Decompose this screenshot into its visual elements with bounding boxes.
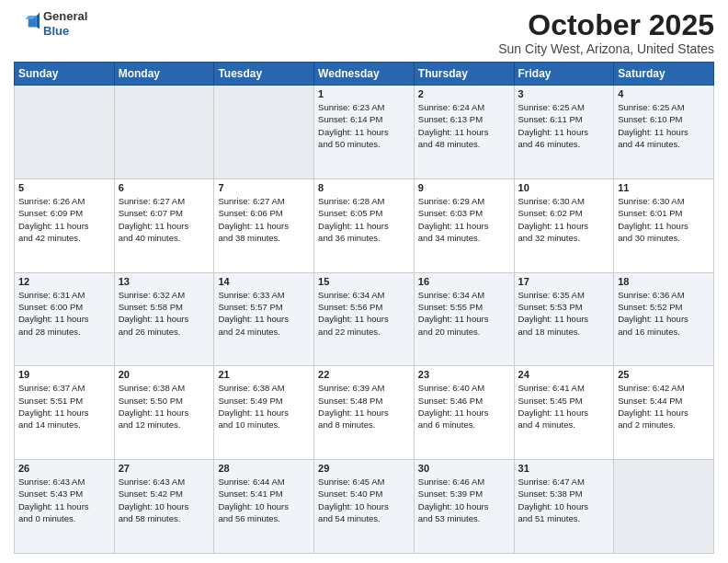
day-info: Sunrise: 6:43 AM Sunset: 5:42 PM Dayligh… bbox=[119, 476, 210, 524]
day-info: Sunrise: 6:23 AM Sunset: 6:14 PM Dayligh… bbox=[318, 101, 410, 150]
calendar-cell: 11Sunrise: 6:30 AM Sunset: 6:01 PM Dayli… bbox=[614, 178, 714, 272]
calendar-cell: 29Sunrise: 6:45 AM Sunset: 5:40 PM Dayli… bbox=[314, 460, 415, 554]
day-number: 5 bbox=[18, 182, 110, 193]
calendar-cell: 8Sunrise: 6:28 AM Sunset: 6:05 PM Daylig… bbox=[314, 178, 415, 272]
header: General Blue October 2025 Sun City West,… bbox=[14, 9, 714, 56]
day-number: 11 bbox=[618, 182, 710, 193]
day-number: 2 bbox=[418, 88, 510, 99]
calendar-cell: 17Sunrise: 6:35 AM Sunset: 5:53 PM Dayli… bbox=[514, 272, 614, 366]
calendar-cell bbox=[15, 86, 115, 179]
day-info: Sunrise: 6:44 AM Sunset: 5:41 PM Dayligh… bbox=[218, 476, 310, 524]
calendar-cell: 9Sunrise: 6:29 AM Sunset: 6:03 PM Daylig… bbox=[414, 178, 514, 272]
calendar-cell: 26Sunrise: 6:43 AM Sunset: 5:43 PM Dayli… bbox=[15, 460, 115, 554]
calendar-cell bbox=[214, 86, 314, 179]
weekday-header-sunday: Sunday bbox=[15, 63, 115, 86]
day-info: Sunrise: 6:29 AM Sunset: 6:03 PM Dayligh… bbox=[418, 195, 510, 244]
logo: General Blue bbox=[14, 9, 87, 38]
calendar-cell: 12Sunrise: 6:31 AM Sunset: 6:00 PM Dayli… bbox=[15, 272, 115, 366]
logo-text: General Blue bbox=[43, 9, 87, 38]
day-number: 13 bbox=[119, 276, 210, 287]
calendar-cell: 10Sunrise: 6:30 AM Sunset: 6:02 PM Dayli… bbox=[514, 178, 614, 272]
calendar-cell: 4Sunrise: 6:25 AM Sunset: 6:10 PM Daylig… bbox=[614, 86, 714, 179]
day-info: Sunrise: 6:28 AM Sunset: 6:05 PM Dayligh… bbox=[318, 195, 410, 244]
day-number: 9 bbox=[418, 182, 510, 193]
calendar-cell: 16Sunrise: 6:34 AM Sunset: 5:55 PM Dayli… bbox=[414, 272, 514, 366]
day-number: 21 bbox=[218, 369, 310, 380]
calendar-cell: 24Sunrise: 6:41 AM Sunset: 5:45 PM Dayli… bbox=[514, 366, 614, 460]
day-info: Sunrise: 6:33 AM Sunset: 5:57 PM Dayligh… bbox=[218, 289, 310, 338]
day-info: Sunrise: 6:42 AM Sunset: 5:44 PM Dayligh… bbox=[618, 382, 710, 431]
day-number: 31 bbox=[518, 463, 610, 474]
day-info: Sunrise: 6:30 AM Sunset: 6:01 PM Dayligh… bbox=[618, 195, 710, 244]
day-number: 3 bbox=[518, 88, 610, 99]
calendar-cell: 18Sunrise: 6:36 AM Sunset: 5:52 PM Dayli… bbox=[614, 272, 714, 366]
day-number: 14 bbox=[218, 276, 310, 287]
calendar-cell: 6Sunrise: 6:27 AM Sunset: 6:07 PM Daylig… bbox=[114, 178, 214, 272]
day-info: Sunrise: 6:45 AM Sunset: 5:40 PM Dayligh… bbox=[318, 476, 410, 524]
calendar-week-row: 1Sunrise: 6:23 AM Sunset: 6:14 PM Daylig… bbox=[15, 86, 714, 179]
weekday-header-friday: Friday bbox=[514, 63, 614, 86]
calendar-cell bbox=[614, 460, 714, 554]
calendar-cell: 28Sunrise: 6:44 AM Sunset: 5:41 PM Dayli… bbox=[214, 460, 314, 554]
calendar-cell: 31Sunrise: 6:47 AM Sunset: 5:38 PM Dayli… bbox=[514, 460, 614, 554]
logo-icon bbox=[14, 11, 40, 37]
day-info: Sunrise: 6:24 AM Sunset: 6:13 PM Dayligh… bbox=[418, 101, 510, 150]
day-number: 28 bbox=[218, 463, 310, 474]
day-number: 18 bbox=[618, 276, 710, 287]
day-number: 22 bbox=[318, 369, 410, 380]
logo-general-text: General bbox=[43, 9, 87, 24]
calendar-cell: 27Sunrise: 6:43 AM Sunset: 5:42 PM Dayli… bbox=[114, 460, 214, 554]
day-info: Sunrise: 6:36 AM Sunset: 5:52 PM Dayligh… bbox=[618, 289, 710, 338]
calendar-week-row: 12Sunrise: 6:31 AM Sunset: 6:00 PM Dayli… bbox=[15, 272, 714, 366]
weekday-header-tuesday: Tuesday bbox=[214, 63, 314, 86]
day-number: 12 bbox=[18, 276, 110, 287]
day-info: Sunrise: 6:26 AM Sunset: 6:09 PM Dayligh… bbox=[18, 195, 110, 244]
calendar-cell: 19Sunrise: 6:37 AM Sunset: 5:51 PM Dayli… bbox=[15, 366, 115, 460]
calendar-cell: 3Sunrise: 6:25 AM Sunset: 6:11 PM Daylig… bbox=[514, 86, 614, 179]
calendar-cell: 20Sunrise: 6:38 AM Sunset: 5:50 PM Dayli… bbox=[114, 366, 214, 460]
day-number: 10 bbox=[518, 182, 610, 193]
day-info: Sunrise: 6:31 AM Sunset: 6:00 PM Dayligh… bbox=[18, 289, 110, 338]
calendar-cell: 23Sunrise: 6:40 AM Sunset: 5:46 PM Dayli… bbox=[414, 366, 514, 460]
calendar-cell: 5Sunrise: 6:26 AM Sunset: 6:09 PM Daylig… bbox=[15, 178, 115, 272]
calendar-cell: 21Sunrise: 6:38 AM Sunset: 5:49 PM Dayli… bbox=[214, 366, 314, 460]
day-number: 16 bbox=[418, 276, 510, 287]
day-number: 20 bbox=[119, 369, 210, 380]
day-info: Sunrise: 6:37 AM Sunset: 5:51 PM Dayligh… bbox=[18, 382, 110, 431]
day-info: Sunrise: 6:25 AM Sunset: 6:10 PM Dayligh… bbox=[618, 101, 710, 150]
day-info: Sunrise: 6:27 AM Sunset: 6:07 PM Dayligh… bbox=[119, 195, 210, 244]
day-info: Sunrise: 6:25 AM Sunset: 6:11 PM Dayligh… bbox=[518, 101, 610, 150]
day-info: Sunrise: 6:40 AM Sunset: 5:46 PM Dayligh… bbox=[418, 382, 510, 431]
calendar-table: SundayMondayTuesdayWednesdayThursdayFrid… bbox=[14, 62, 714, 554]
calendar-cell: 14Sunrise: 6:33 AM Sunset: 5:57 PM Dayli… bbox=[214, 272, 314, 366]
logo-blue-text: Blue bbox=[43, 24, 87, 39]
day-info: Sunrise: 6:47 AM Sunset: 5:38 PM Dayligh… bbox=[518, 476, 610, 524]
location: Sun City West, Arizona, United States bbox=[498, 41, 714, 56]
day-number: 30 bbox=[418, 463, 510, 474]
calendar-cell: 25Sunrise: 6:42 AM Sunset: 5:44 PM Dayli… bbox=[614, 366, 714, 460]
calendar-cell: 30Sunrise: 6:46 AM Sunset: 5:39 PM Dayli… bbox=[414, 460, 514, 554]
day-number: 27 bbox=[119, 463, 210, 474]
calendar-cell: 7Sunrise: 6:27 AM Sunset: 6:06 PM Daylig… bbox=[214, 178, 314, 272]
day-info: Sunrise: 6:30 AM Sunset: 6:02 PM Dayligh… bbox=[518, 195, 610, 244]
day-number: 8 bbox=[318, 182, 410, 193]
calendar-week-row: 5Sunrise: 6:26 AM Sunset: 6:09 PM Daylig… bbox=[15, 178, 714, 272]
day-number: 25 bbox=[618, 369, 710, 380]
day-info: Sunrise: 6:38 AM Sunset: 5:50 PM Dayligh… bbox=[119, 382, 210, 431]
day-info: Sunrise: 6:34 AM Sunset: 5:55 PM Dayligh… bbox=[418, 289, 510, 338]
day-number: 1 bbox=[318, 88, 410, 99]
calendar-cell: 2Sunrise: 6:24 AM Sunset: 6:13 PM Daylig… bbox=[414, 86, 514, 179]
day-number: 23 bbox=[418, 369, 510, 380]
weekday-header-row: SundayMondayTuesdayWednesdayThursdayFrid… bbox=[15, 63, 714, 86]
day-info: Sunrise: 6:32 AM Sunset: 5:58 PM Dayligh… bbox=[119, 289, 210, 338]
day-info: Sunrise: 6:43 AM Sunset: 5:43 PM Dayligh… bbox=[18, 476, 110, 524]
title-block: October 2025 Sun City West, Arizona, Uni… bbox=[498, 9, 714, 56]
day-info: Sunrise: 6:39 AM Sunset: 5:48 PM Dayligh… bbox=[318, 382, 410, 431]
weekday-header-thursday: Thursday bbox=[414, 63, 514, 86]
weekday-header-monday: Monday bbox=[114, 63, 214, 86]
page: General Blue October 2025 Sun City West,… bbox=[0, 0, 728, 563]
day-number: 7 bbox=[218, 182, 310, 193]
day-info: Sunrise: 6:35 AM Sunset: 5:53 PM Dayligh… bbox=[518, 289, 610, 338]
day-info: Sunrise: 6:34 AM Sunset: 5:56 PM Dayligh… bbox=[318, 289, 410, 338]
day-number: 15 bbox=[318, 276, 410, 287]
